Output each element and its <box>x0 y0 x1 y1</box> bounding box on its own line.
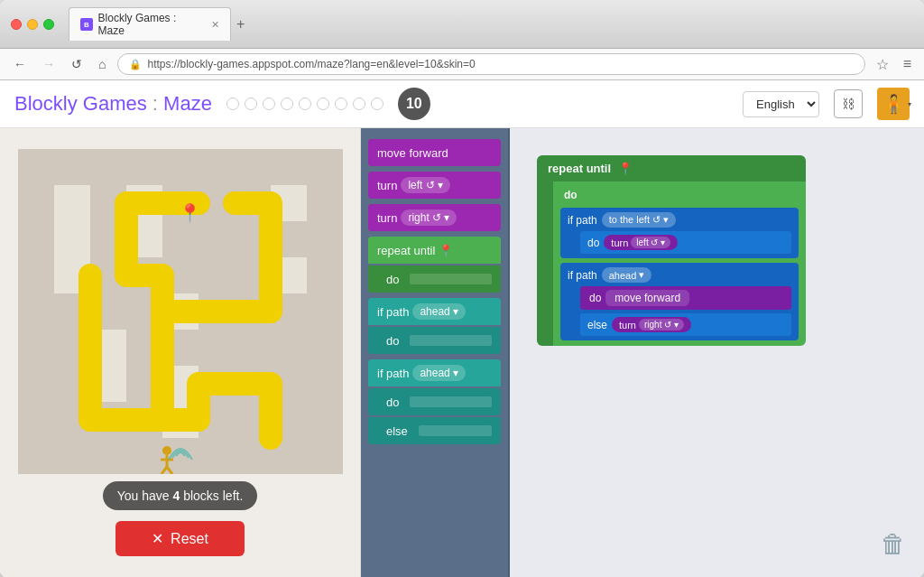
link-button[interactable]: ⛓ <box>834 89 863 118</box>
language-select[interactable]: English <box>743 91 819 117</box>
if-block-2-else: else turn right ↺ ▾ <box>568 313 791 336</box>
toolbox-repeat-group: repeat until 📍 do <box>368 237 501 293</box>
if-block-1[interactable]: if path to the left ↺ ▾ <box>560 208 799 258</box>
svg-rect-1 <box>18 149 343 185</box>
minimize-button[interactable] <box>27 19 38 30</box>
level-badge[interactable]: 10 <box>398 88 430 120</box>
traffic-lights <box>11 19 54 30</box>
if-path-2-value: ahead <box>420 367 449 379</box>
right-dropdown-else: ▾ <box>674 320 679 330</box>
ahead-value-2: ahead <box>609 270 637 281</box>
toolbox-repeat-do-block: do <box>368 265 501 293</box>
turn-right-dropdown-icon: ▾ <box>444 211 449 224</box>
turn-left-inner-pill[interactable]: turn left ↺ ▾ <box>604 235 678 250</box>
maze-container: 📍 <box>18 149 343 474</box>
tab-close-button[interactable]: ✕ <box>211 19 219 31</box>
level-dot-2[interactable] <box>245 98 257 110</box>
repeat-until-header[interactable]: repeat until 📍 <box>537 155 806 181</box>
level-dot-7[interactable] <box>335 98 347 110</box>
if-do-1-label: do <box>386 334 399 348</box>
active-tab[interactable]: B Blockly Games : Maze ✕ <box>69 7 231 41</box>
if-else-2-label: else <box>386 424 408 438</box>
maximize-button[interactable] <box>43 19 54 30</box>
turn-left-value: left ↺ <box>408 179 434 191</box>
avatar-dropdown-icon: ▾ <box>908 100 911 108</box>
level-dot-5[interactable] <box>299 98 311 110</box>
svg-rect-29 <box>235 330 271 366</box>
if-path-1-pill[interactable]: ahead ▾ <box>412 303 465 320</box>
if-else-turn-right[interactable]: else turn right ↺ ▾ <box>580 313 791 336</box>
trash-icon[interactable]: 🗑 <box>881 529 906 559</box>
left-dropdown-inner: ▾ <box>661 237 665 247</box>
svg-rect-11 <box>199 221 235 257</box>
toolbox-if-else-2-block: else <box>368 417 501 444</box>
if-path-2-pill[interactable]: ahead ▾ <box>412 365 465 381</box>
turn-left-pill[interactable]: left ↺ ▾ <box>401 177 449 193</box>
reload-button[interactable]: ↺ <box>67 55 87 73</box>
reset-button[interactable]: ✕ Reset <box>116 521 245 556</box>
level-dot-6[interactable] <box>317 98 329 110</box>
repeat-goal-icon: 📍 <box>618 162 633 175</box>
left-pill-inner[interactable]: left ↺ ▾ <box>631 237 670 248</box>
level-dot-8[interactable] <box>353 98 365 110</box>
turn-right-text: turn <box>377 211 397 225</box>
turn-right-else-pill[interactable]: turn right ↺ ▾ <box>612 317 691 332</box>
if-label-1: if path <box>568 214 597 227</box>
if-do-turn-left[interactable]: do turn left ↺ ▾ <box>580 231 791 254</box>
nav-bar: ← → ↺ ⌂ 🔒 https://blockly-games.appspot.… <box>0 49 924 80</box>
ahead-pill-2[interactable]: ahead ▾ <box>602 267 652 283</box>
if-do-move-forward[interactable]: do move forward <box>580 286 791 310</box>
svg-rect-30 <box>271 330 307 366</box>
to-left-dropdown: ▾ <box>663 214 669 226</box>
repeat-until-container[interactable]: repeat until 📍 do <box>537 155 806 346</box>
if-path-2-dropdown: ▾ <box>453 367 458 379</box>
svg-rect-17 <box>199 257 235 293</box>
if-block-2-header: if path ahead ▾ <box>568 267 791 283</box>
forward-button[interactable]: → <box>38 55 60 73</box>
if-path-2-text: if path <box>377 367 409 380</box>
url-text: https://blockly-games.appspot.com/maze?l… <box>147 58 853 70</box>
home-button[interactable]: ⌂ <box>94 55 110 73</box>
close-button[interactable] <box>11 19 22 30</box>
level-dot-4[interactable] <box>281 98 293 110</box>
right-pill-else[interactable]: right ↺ ▾ <box>639 319 684 330</box>
level-dot-9[interactable] <box>371 98 383 110</box>
turn-right-value: right ↺ <box>408 211 441 224</box>
toolbox-turn-right-block[interactable]: turn right ↺ ▾ <box>368 204 501 231</box>
bookmark-icon[interactable]: ☆ <box>873 56 892 73</box>
repeat-body: do if path to the left ↺ ▾ <box>537 181 806 346</box>
toolbox-if-path-2-block[interactable]: if path ahead ▾ <box>368 359 501 386</box>
repeat-until-label: repeat until 📍 <box>377 244 453 257</box>
level-dots <box>226 98 383 110</box>
avatar-button[interactable]: 🧍 ▾ <box>877 88 910 120</box>
link-icon: ⛓ <box>842 97 855 111</box>
menu-icon[interactable]: ≡ <box>900 56 915 72</box>
toolbox-if-group-1: if path ahead ▾ do <box>368 298 501 354</box>
to-left-pill[interactable]: to the left ↺ ▾ <box>602 212 676 228</box>
browser-window: B Blockly Games : Maze ✕ + ← → ↺ ⌂ 🔒 htt… <box>0 0 924 577</box>
if-block-1-do: do turn left ↺ ▾ <box>568 231 791 254</box>
turn-left-dropdown-icon: ▾ <box>438 179 443 191</box>
if-path-1-value: ahead <box>420 305 449 318</box>
do-label-row: do <box>560 187 799 203</box>
workspace-panel[interactable]: repeat until 📍 do <box>510 128 924 577</box>
address-bar[interactable]: 🔒 https://blockly-games.appspot.com/maze… <box>117 53 864 75</box>
toolbox-move-forward-block[interactable]: move forward <box>368 139 501 166</box>
move-forward-label: move forward <box>377 146 448 160</box>
svg-rect-2 <box>18 149 54 474</box>
level-dot-3[interactable] <box>263 98 275 110</box>
level-dot-1[interactable] <box>226 98 239 110</box>
new-tab-button[interactable]: + <box>231 16 250 33</box>
title-separator: : <box>152 92 163 115</box>
title-bar: B Blockly Games : Maze ✕ + <box>0 0 924 49</box>
tab-title: Blockly Games : Maze <box>98 12 202 37</box>
status-text-suffix: blocks left. <box>183 489 243 503</box>
if-label-2: if path <box>568 269 597 282</box>
back-button[interactable]: ← <box>9 55 31 73</box>
toolbox-repeat-until-block[interactable]: repeat until 📍 <box>368 237 501 264</box>
toolbox-if-path-1-block[interactable]: if path ahead ▾ <box>368 298 501 325</box>
if-block-2[interactable]: if path ahead ▾ <box>560 263 799 340</box>
tab-bar: B Blockly Games : Maze ✕ + <box>69 7 913 41</box>
turn-right-pill[interactable]: right ↺ ▾ <box>401 209 457 226</box>
toolbox-turn-left-block[interactable]: turn left ↺ ▾ <box>368 172 501 199</box>
